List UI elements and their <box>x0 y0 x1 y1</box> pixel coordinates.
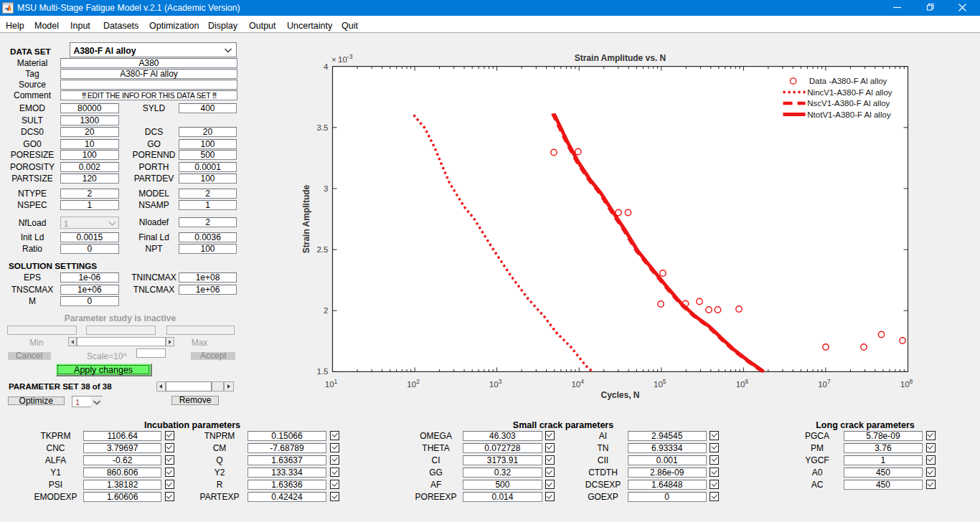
svg-text:× 10-3: × 10-3 <box>331 53 353 64</box>
svg-text:3: 3 <box>324 184 328 193</box>
svg-text:Strain Amplitude vs. N: Strain Amplitude vs. N <box>575 53 666 63</box>
svg-text:NscV1-A380-F Al alloy: NscV1-A380-F Al alloy <box>807 99 890 108</box>
svg-text:103: 103 <box>489 378 502 389</box>
svg-text:108: 108 <box>900 378 913 389</box>
svg-text:Data -A380-F Al alloy: Data -A380-F Al alloy <box>809 77 887 85</box>
svg-text:102: 102 <box>407 378 420 389</box>
svg-text:107: 107 <box>818 378 831 389</box>
svg-text:106: 106 <box>736 378 749 389</box>
svg-text:1.5: 1.5 <box>317 367 329 376</box>
svg-text:2: 2 <box>324 306 328 315</box>
svg-text:NtotV1-A380-F Al alloy: NtotV1-A380-F Al alloy <box>807 110 891 119</box>
svg-text:3.5: 3.5 <box>317 123 329 132</box>
svg-text:4: 4 <box>324 62 329 71</box>
svg-text:Cycles, N: Cycles, N <box>600 390 639 400</box>
svg-text:101: 101 <box>325 378 338 389</box>
svg-text:NincV1-A380-F Al alloy: NincV1-A380-F Al alloy <box>807 88 892 97</box>
svg-text:2.5: 2.5 <box>317 245 329 254</box>
svg-text:104: 104 <box>571 378 584 389</box>
svg-text:105: 105 <box>654 378 666 389</box>
svg-text:Strain Amplitude: Strain Amplitude <box>301 184 311 253</box>
